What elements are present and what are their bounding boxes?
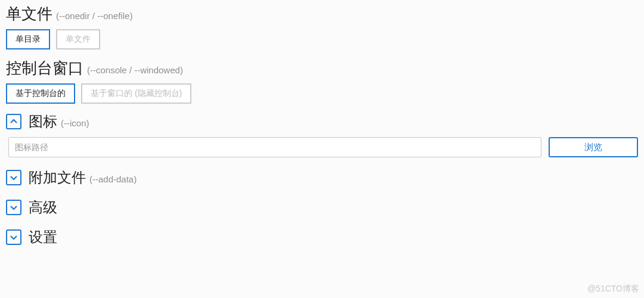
add-data-title: 附加文件 [29,168,86,187]
settings-title: 设置 [29,228,57,247]
console-title: 控制台窗口 [6,58,83,79]
accordion-header-add-data[interactable]: 附加文件 (--add-data) [6,168,638,187]
icon-body: 浏览 [6,137,638,157]
accordion-header-advanced[interactable]: 高级 [6,198,638,217]
advanced-title: 高级 [29,198,57,217]
console-hint: (--console / --windowed) [87,65,183,75]
chevron-down-icon[interactable] [6,229,21,245]
accordion-add-data: 附加文件 (--add-data) [6,168,638,187]
accordion-settings: 设置 [6,228,638,247]
page-root: 单文件 (--onedir / --onefile) 单目录 单文件 控制台窗口… [0,0,644,263]
chevron-down-icon[interactable] [6,170,21,185]
add-data-hint: (--add-data) [89,174,137,184]
accordion-header-icon[interactable]: 图标 (--icon) [6,112,638,131]
accordion-icon: 图标 (--icon) 浏览 [6,112,638,157]
section-title-single-file: 单文件 (--onedir / --onefile) [6,4,638,24]
toggle-onedir[interactable]: 单目录 [6,29,50,49]
single-file-toggle-row: 单目录 单文件 [6,29,638,49]
accordion-header-settings[interactable]: 设置 [6,228,638,247]
icon-title: 图标 [29,112,57,131]
icon-hint: (--icon) [61,118,89,128]
browse-button[interactable]: 浏览 [549,137,638,157]
toggle-onefile[interactable]: 单文件 [56,29,100,49]
single-file-hint: (--onedir / --onefile) [56,11,132,21]
toggle-console[interactable]: 基于控制台的 [6,83,75,104]
chevron-down-icon[interactable] [6,200,21,215]
single-file-title: 单文件 [6,4,52,24]
toggle-windowed[interactable]: 基于窗口的 (隐藏控制台) [81,83,191,104]
icon-path-input[interactable] [8,137,541,157]
accordion-advanced: 高级 [6,198,638,217]
console-toggle-row: 基于控制台的 基于窗口的 (隐藏控制台) [6,83,638,104]
chevron-up-icon[interactable] [6,114,21,129]
section-title-console: 控制台窗口 (--console / --windowed) [6,58,638,79]
watermark: @51CTO博客 [587,284,639,294]
